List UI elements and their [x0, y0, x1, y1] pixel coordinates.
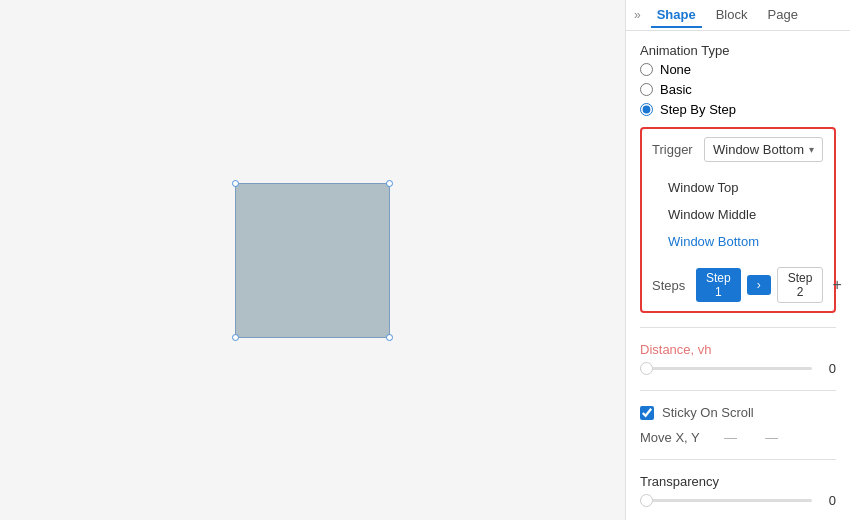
- distance-slider[interactable]: [640, 367, 812, 370]
- radio-none-input[interactable]: [640, 63, 653, 76]
- divider-2: [640, 390, 836, 391]
- radio-none[interactable]: None: [640, 62, 836, 77]
- trigger-label: Trigger: [652, 142, 694, 157]
- trigger-selected-value: Window Bottom: [713, 142, 804, 157]
- divider-1: [640, 327, 836, 328]
- canvas-area: [0, 0, 625, 520]
- move-dash-1: —: [724, 430, 737, 445]
- move-section: Move X, Y — —: [640, 430, 836, 445]
- shape-block[interactable]: [235, 183, 390, 338]
- distance-label: Distance, vh: [640, 342, 836, 357]
- distance-value: 0: [820, 361, 836, 376]
- tab-shape[interactable]: Shape: [651, 3, 702, 28]
- step-2-btn[interactable]: Step 2: [777, 267, 824, 303]
- handle-top-right[interactable]: [386, 180, 393, 187]
- handle-bottom-left[interactable]: [232, 334, 239, 341]
- radio-step-by-step[interactable]: Step By Step: [640, 102, 836, 117]
- transparency-label: Transparency: [640, 474, 836, 489]
- radio-basic-label: Basic: [660, 82, 692, 97]
- chevron-down-icon: ▾: [809, 144, 814, 155]
- transparency-section: Transparency 0: [640, 474, 836, 508]
- tab-bar: » Shape Block Page: [626, 0, 850, 31]
- animation-section: Animation Type None Basic Step By Step: [640, 43, 836, 117]
- move-label: Move X, Y: [640, 430, 710, 445]
- divider-3: [640, 459, 836, 460]
- option-window-bottom[interactable]: Window Bottom: [652, 228, 824, 255]
- right-panel: » Shape Block Page Animation Type None B…: [625, 0, 850, 520]
- sticky-label: Sticky On Scroll: [662, 405, 754, 420]
- radio-none-label: None: [660, 62, 691, 77]
- handle-top-left[interactable]: [232, 180, 239, 187]
- distance-slider-row: 0: [640, 361, 836, 376]
- step-add-btn[interactable]: +: [829, 276, 844, 294]
- trigger-dropdown-options: Window Top Window Middle Window Bottom: [652, 170, 824, 259]
- tab-block[interactable]: Block: [710, 3, 754, 28]
- tab-chevron-icon: »: [634, 8, 641, 22]
- radio-step-by-step-input[interactable]: [640, 103, 653, 116]
- steps-label: Steps: [652, 278, 690, 293]
- sticky-section: Sticky On Scroll: [640, 405, 836, 420]
- step-next-btn[interactable]: ›: [747, 275, 771, 295]
- trigger-steps-red-box: Trigger Window Bottom ▾ Window Top Windo…: [640, 127, 836, 313]
- tab-page[interactable]: Page: [762, 3, 804, 28]
- option-window-middle[interactable]: Window Middle: [652, 201, 824, 228]
- transparency-slider[interactable]: [640, 499, 812, 502]
- radio-basic[interactable]: Basic: [640, 82, 836, 97]
- option-window-top[interactable]: Window Top: [652, 174, 824, 201]
- step-1-btn[interactable]: Step 1: [696, 268, 741, 302]
- handle-bottom-right[interactable]: [386, 334, 393, 341]
- distance-section: Distance, vh 0: [640, 342, 836, 376]
- transparency-slider-row: 0: [640, 493, 836, 508]
- animation-label: Animation Type: [640, 43, 836, 58]
- transparency-value: 0: [820, 493, 836, 508]
- move-dash-2: —: [765, 430, 778, 445]
- animation-radio-group: None Basic Step By Step: [640, 62, 836, 117]
- radio-basic-input[interactable]: [640, 83, 653, 96]
- trigger-dropdown-btn[interactable]: Window Bottom ▾: [704, 137, 823, 162]
- steps-row: Steps Step 1 › Step 2 +: [652, 267, 824, 303]
- sticky-checkbox[interactable]: [640, 406, 654, 420]
- trigger-row: Trigger Window Bottom ▾: [652, 137, 824, 162]
- panel-content: Animation Type None Basic Step By Step: [626, 31, 850, 520]
- radio-step-by-step-label: Step By Step: [660, 102, 736, 117]
